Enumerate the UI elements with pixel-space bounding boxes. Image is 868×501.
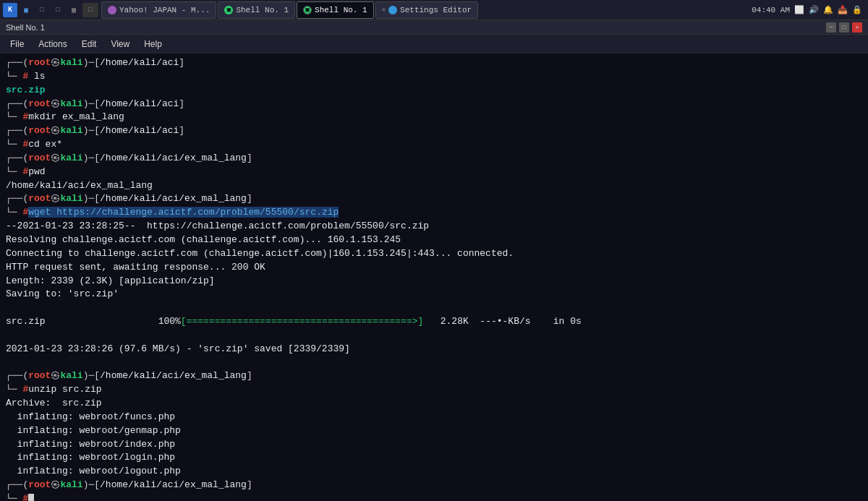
workspace-icon-4[interactable]: ▦ — [67, 3, 81, 17]
tab-yahoo[interactable]: Yahoo! JAPAN - M... — [101, 1, 216, 19]
terminal-line-7: ┌──(root㉿kali)─[/home/kali/aci/ex_mal_la… — [6, 152, 862, 166]
tab-yahoo-label: Yahoo! JAPAN - M... — [119, 6, 210, 14]
tab-shell1[interactable]: ▣ Shell No. 1 — [218, 1, 295, 19]
terminal-wget-1: --2021-01-23 23:28:25-- https://challeng… — [6, 220, 862, 234]
window-title: Shell No. 1 — [6, 23, 45, 32]
terminal[interactable]: ┌──(root㉿kali)─[/home/kali/aci] └─ # ls … — [0, 53, 868, 501]
taskbar-tabs: Yahoo! JAPAN - M... ▣ Shell No. 1 ▣ Shel… — [101, 1, 752, 19]
terminal-output-pwd: /home/kali/aci/ex_mal_lang — [6, 179, 862, 193]
taskbar-left: K ▣ □ □ ▦ □ — [3, 3, 98, 17]
taskbar-right: 04:40 AM ⬜ 🔊 🔔 📥 🔒 — [752, 5, 865, 14]
terminal-line-6: └─ #cd ex* — [6, 138, 862, 152]
workspace-icon-3[interactable]: □ — [51, 3, 65, 17]
terminal-blank-2 — [6, 329, 862, 343]
terminal-wget-4: HTTP request sent, awaiting response... … — [6, 261, 862, 275]
workspace-icon-1[interactable]: ▣ — [19, 3, 33, 17]
menu-view[interactable]: View — [103, 38, 137, 51]
terminal-unzip-6: inflating: webroot/logout.php — [6, 465, 862, 479]
yahoo-icon — [108, 6, 116, 14]
terminal-wget-done: 2021-01-23 23:28:26 (97.6 MB/s) - 'src.z… — [6, 343, 862, 356]
terminal-wget-2: Resolving challenge.acictf.com (challeng… — [6, 234, 862, 247]
shell1-icon: ▣ — [224, 6, 233, 14]
terminal-line-4: └─ #mkdir ex_mal_lang — [6, 111, 862, 124]
terminal-line-3: ┌──(root㉿kali)─[/home/kali/aci] — [6, 98, 862, 111]
volume-icon[interactable]: 🔊 — [809, 5, 819, 14]
terminal-unzip-4: inflating: webroot/index.php — [6, 438, 862, 452]
terminal-blank-1 — [6, 301, 862, 315]
terminal-unzip-3: inflating: webroot/genmap.php — [6, 424, 862, 438]
minimize-button[interactable]: ─ — [826, 22, 836, 33]
terminal-unzip-2: inflating: webroot/funcs.php — [6, 411, 862, 424]
terminal-line-12: └─ #unzip src.zip — [6, 383, 862, 397]
menubar: File Actions Edit View Help — [0, 35, 868, 53]
tab-settings-label: Settings Editor — [400, 6, 472, 14]
tab-shell2[interactable]: ▣ Shell No. 1 — [297, 1, 374, 19]
menu-edit[interactable]: Edit — [75, 38, 104, 51]
settings-icon — [388, 6, 397, 14]
terminal-output-ls: src.zip — [6, 84, 862, 98]
terminal-line-11: ┌──(root㉿kali)─[/home/kali/aci/ex_mal_la… — [6, 369, 862, 383]
menu-help[interactable]: Help — [137, 38, 169, 51]
monitor-icon: ⬜ — [794, 5, 804, 14]
shell2-icon: ▣ — [303, 6, 312, 14]
terminal-blank-3 — [6, 356, 862, 370]
workspace-icon-2[interactable]: □ — [35, 3, 49, 17]
settings-tab-marker: ✕ — [382, 6, 386, 14]
terminal-wget-6: Saving to: 'src.zip' — [6, 288, 862, 301]
window-chrome: Shell No. 1 ─ □ ✕ — [0, 20, 868, 35]
terminal-cursor — [28, 494, 34, 501]
tab-shell2-label: Shell No. 1 — [315, 6, 367, 14]
terminal-line-14: └─ # — [6, 492, 862, 501]
terminal-line-10: └─ #wget https://challenge.acictf.com/pr… — [6, 206, 862, 220]
close-button[interactable]: ✕ — [852, 22, 862, 33]
time-display: 04:40 AM — [752, 6, 790, 14]
menu-actions[interactable]: Actions — [31, 38, 74, 51]
notification-icon[interactable]: 🔔 — [823, 5, 833, 14]
terminal-progress: src.zip 100%[===========================… — [6, 315, 862, 329]
terminal-unzip-5: inflating: webroot/login.php — [6, 451, 862, 465]
tab-settings[interactable]: ✕ Settings Editor — [375, 1, 478, 19]
terminal-unzip-1: Archive: src.zip — [6, 397, 862, 411]
download-icon[interactable]: 📥 — [838, 5, 848, 14]
terminal-line-2: └─ # ls — [6, 70, 862, 84]
terminal-wget-3: Connecting to challenge.acictf.com (chal… — [6, 247, 862, 261]
kali-menu-icon[interactable]: K — [3, 3, 17, 17]
maximize-button[interactable]: □ — [839, 22, 849, 33]
terminal-wget-5: Length: 2339 (2.3K) [application/zip] — [6, 275, 862, 288]
taskbar: K ▣ □ □ ▦ □ Yahoo! JAPAN - M... ▣ Shell … — [0, 0, 868, 20]
workspace-icon-5[interactable]: □ — [82, 3, 98, 17]
lock-icon[interactable]: 🔒 — [852, 5, 862, 14]
terminal-line-8: └─ #pwd — [6, 166, 862, 179]
terminal-line-9: ┌──(root㉿kali)─[/home/kali/aci/ex_mal_la… — [6, 192, 862, 206]
window-controls: ─ □ ✕ — [826, 22, 862, 33]
terminal-line-13: ┌──(root㉿kali)─[/home/kali/aci/ex_mal_la… — [6, 479, 862, 492]
terminal-line-5: ┌──(root㉿kali)─[/home/kali/aci] — [6, 124, 862, 138]
terminal-line-1: ┌──(root㉿kali)─[/home/kali/aci] — [6, 56, 862, 70]
tab-shell1-label: Shell No. 1 — [236, 6, 289, 14]
menu-file[interactable]: File — [3, 38, 31, 51]
